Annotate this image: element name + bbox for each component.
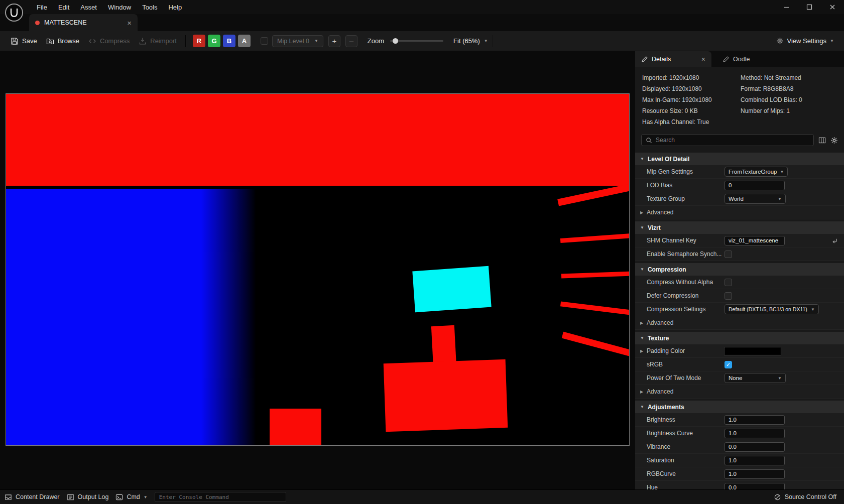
reimport-button[interactable]: Reimport xyxy=(134,34,181,48)
info-has-alpha: Has Alpha Channel: True xyxy=(642,116,741,128)
texture-viewport[interactable] xyxy=(0,51,635,489)
menu-asset[interactable]: Asset xyxy=(75,1,102,14)
close-button[interactable] xyxy=(821,0,844,14)
prop-row-texture-group: Texture GroupWorld▼ xyxy=(635,192,844,206)
section-header-compression[interactable]: ▼Compression xyxy=(635,263,844,276)
section-expand-icon: ▼ xyxy=(640,267,644,272)
expander-icon[interactable]: ▶ xyxy=(640,390,647,394)
details-panel-tabs: Details × Oodle xyxy=(635,51,844,67)
menu-file[interactable]: File xyxy=(31,1,53,14)
defer-compression-checkbox[interactable] xyxy=(725,292,732,300)
shm-channel-key-input[interactable]: viz_01_mattescene xyxy=(725,236,785,245)
menu-tools[interactable]: Tools xyxy=(137,1,163,14)
prop-row-power-of-two-mode: Power Of Two ModeNone▼ xyxy=(635,371,844,385)
console-icon xyxy=(115,493,123,501)
channel-a-button[interactable]: A xyxy=(238,35,251,47)
prop-row-advanced: ▶Advanced xyxy=(635,316,844,330)
status-bar: Content Drawer Output Log Cmd ▼ Source C… xyxy=(0,489,844,504)
texture-blue-gradient xyxy=(6,189,256,446)
display-filter-icon[interactable] xyxy=(818,137,826,144)
settings-gear-icon[interactable] xyxy=(830,137,838,144)
unreal-texture-editor-window: File Edit Asset Window Tools Help MATTES… xyxy=(0,0,844,504)
channel-b-button[interactable]: B xyxy=(223,35,235,47)
reset-to-default-icon[interactable] xyxy=(831,237,838,244)
console-command-input[interactable] xyxy=(155,492,286,502)
brightness-input[interactable]: 1.0 xyxy=(725,415,785,425)
tab-oodle[interactable]: Oodle xyxy=(716,51,756,67)
asset-tab-close-icon[interactable]: × xyxy=(127,19,132,27)
texture-info: Imported: 1920x1080 Displayed: 1920x1080… xyxy=(635,67,844,132)
asset-tab-mattescene[interactable]: MATTESCENE × xyxy=(29,14,138,31)
maximize-button[interactable] xyxy=(798,0,821,14)
section-title: Level Of Detail xyxy=(648,156,689,163)
browse-icon xyxy=(46,37,54,45)
section-header-adjustments[interactable]: ▼Adjustments xyxy=(635,401,844,413)
content-drawer-button[interactable]: Content Drawer xyxy=(5,493,60,501)
saturation-input[interactable]: 1.0 xyxy=(725,456,785,465)
compress-button[interactable]: Compress xyxy=(84,34,134,48)
texture-red-base xyxy=(384,359,508,432)
minimize-button[interactable] xyxy=(775,0,798,14)
prop-row-enable-semaphore-synch: Enable Semaphore Synch... xyxy=(635,247,844,261)
rgbcurve-input[interactable]: 1.0 xyxy=(725,469,785,479)
expander-icon[interactable]: ▶ xyxy=(640,349,647,353)
prop-label: LOD Bias xyxy=(647,182,672,189)
mip-plus-button[interactable]: + xyxy=(328,35,340,47)
output-log-button[interactable]: Output Log xyxy=(67,493,109,501)
power-of-two-mode-dropdown[interactable]: None▼ xyxy=(725,373,786,383)
section-title: Vizrt xyxy=(648,224,661,231)
section-header-level-of-detail[interactable]: ▼Level Of Detail xyxy=(635,153,844,165)
cmd-dropdown[interactable]: Cmd ▼ xyxy=(115,493,147,501)
info-resource-size: Resource Size: 0 KB xyxy=(642,105,741,116)
channel-r-button[interactable]: R xyxy=(193,35,205,47)
vibrance-input[interactable]: 0.0 xyxy=(725,442,785,452)
prop-label: Brightness Curve xyxy=(647,430,693,437)
mip-level-checkbox[interactable] xyxy=(261,37,268,45)
menu-help[interactable]: Help xyxy=(163,1,187,14)
srgb-checkbox[interactable]: ✓ xyxy=(725,361,732,368)
mip-level-dropdown[interactable]: Mip Level 0▼ xyxy=(272,35,323,47)
details-search-box[interactable] xyxy=(641,134,814,146)
padding-color-swatch[interactable] xyxy=(725,347,781,355)
chevron-down-icon: ▼ xyxy=(144,495,148,499)
hue-input[interactable]: 0.0 xyxy=(725,483,785,490)
save-button[interactable]: Save xyxy=(6,34,42,48)
mip-minus-button[interactable]: – xyxy=(345,35,357,47)
unreal-logo-icon[interactable] xyxy=(4,3,24,23)
prop-row-advanced: ▶Advanced xyxy=(635,206,844,219)
channel-g-button[interactable]: G xyxy=(208,35,220,47)
prop-label: Padding Color xyxy=(647,347,685,354)
details-search-input[interactable] xyxy=(656,137,809,144)
fit-zoom-dropdown[interactable]: Fit (65%)▼ xyxy=(453,37,488,45)
chevron-down-icon: ▼ xyxy=(811,307,815,312)
source-control-button[interactable]: Source Control Off xyxy=(774,493,839,501)
details-search-row xyxy=(635,132,844,151)
texture-group-dropdown[interactable]: World▼ xyxy=(725,194,786,204)
save-icon xyxy=(11,37,19,45)
texture-red-stripe-4 xyxy=(560,301,630,315)
zoom-slider[interactable] xyxy=(390,40,443,42)
zoom-slider-knob[interactable] xyxy=(393,38,398,44)
menu-edit[interactable]: Edit xyxy=(53,1,75,14)
prop-row-defer-compression: Defer Compression xyxy=(635,289,844,303)
lod-bias-input[interactable]: 0 xyxy=(725,181,785,190)
expander-icon[interactable]: ▶ xyxy=(640,210,647,215)
browse-button[interactable]: Browse xyxy=(42,34,84,48)
compress-without-alpha-checkbox[interactable] xyxy=(725,279,732,286)
enable-semaphore-synch-checkbox[interactable] xyxy=(725,250,732,258)
section-header-vizrt[interactable]: ▼Vizrt xyxy=(635,221,844,234)
prop-label: Enable Semaphore Synch... xyxy=(647,250,721,258)
section-header-texture[interactable]: ▼Texture xyxy=(635,332,844,344)
expander-icon[interactable]: ▶ xyxy=(640,321,647,325)
menu-window[interactable]: Window xyxy=(102,1,137,14)
tab-details[interactable]: Details × xyxy=(635,51,711,67)
brightness-curve-input[interactable]: 1.0 xyxy=(725,429,785,438)
texture-cyan-rectangle xyxy=(412,266,491,312)
compression-settings-dropdown[interactable]: Default (DXT1/5, BC1/3 on DX11)▼ xyxy=(725,304,819,314)
details-tab-close-icon[interactable]: × xyxy=(701,55,705,63)
mip-gen-settings-dropdown[interactable]: FromTextureGroup▼ xyxy=(725,167,788,177)
view-settings-button[interactable]: View Settings ▼ xyxy=(776,37,838,45)
texture-preview xyxy=(6,93,630,446)
asset-tab-title: MATTESCENE xyxy=(44,19,87,26)
prop-label: Brightness xyxy=(647,416,675,423)
